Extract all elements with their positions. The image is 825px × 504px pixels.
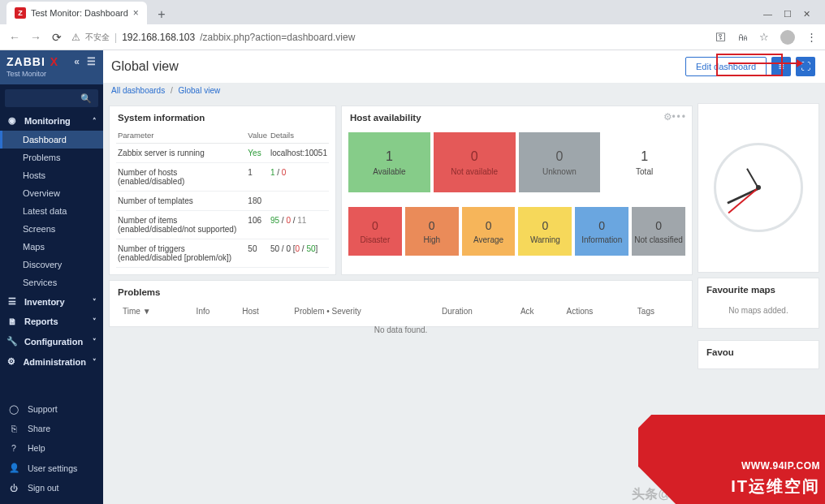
sidebar-item-dashboard[interactable]: Dashboard <box>0 131 103 149</box>
sidebar-bottom: ◯Support ⎘Share ?Help 👤User settings ⏻Si… <box>0 399 103 504</box>
nav-back-icon[interactable]: ← <box>8 31 21 44</box>
sidebar-share-link[interactable]: ⎘Share <box>0 419 103 438</box>
sidebar-section-monitoring[interactable]: ◉ Monitoring ˄ <box>0 110 103 131</box>
tab-title: Test Monitor: Dashboard <box>31 8 128 18</box>
breadcrumb-current[interactable]: Global view <box>179 86 221 95</box>
url-box[interactable]: ⚠ 不安全 | 192.168.168.103/zabbix.php?actio… <box>71 32 707 43</box>
favourite-maps-empty: No maps added. <box>705 299 812 321</box>
site-warning-label: 不安全 <box>85 32 110 43</box>
sidebar-help-link[interactable]: ?Help <box>0 438 103 458</box>
sidebar-item-services[interactable]: Services <box>0 274 103 291</box>
url-path: /zabbix.php?action=dashboard.view <box>200 32 355 43</box>
sidebar-item-problems[interactable]: Problems <box>0 149 103 166</box>
table-row: Number of triggers (enabled/disabled [pr… <box>116 239 329 268</box>
column-header[interactable]: Info <box>192 304 236 319</box>
widget-menu-icon[interactable]: ••• <box>672 111 687 123</box>
url-host: 192.168.168.103 <box>122 32 195 43</box>
column-header[interactable]: Duration <box>437 304 514 319</box>
chevron-down-icon: ˅ <box>93 358 97 366</box>
browser-tab[interactable]: Z Test Monitor: Dashboard × <box>6 2 147 24</box>
gear-icon[interactable]: ⚙ <box>663 111 672 123</box>
widget-title: Host availability <box>348 111 685 127</box>
column-header[interactable]: Problem • Severity <box>289 304 435 319</box>
sidebar-user-settings-link[interactable]: 👤User settings <box>0 458 103 478</box>
sidebar-item-screens[interactable]: Screens <box>0 220 103 238</box>
new-tab-button[interactable]: + <box>152 5 171 24</box>
sidebar-item-latest-data[interactable]: Latest data <box>0 202 103 220</box>
table-row: Number of hosts (enabled/disabled)11 / 0 <box>116 163 329 192</box>
annotation-arrow <box>728 62 801 66</box>
tile: 0High <box>405 207 459 256</box>
problems-table: Time ▼InfoHostProblem • SeverityDuration… <box>116 302 685 321</box>
favourite-partial-widget: Favou <box>698 341 819 368</box>
sidebar-signout-link[interactable]: ⏻Sign out <box>0 478 103 498</box>
system-information-widget: System information Parameter Value Detai… <box>110 106 335 274</box>
logo-x: X <box>50 55 58 68</box>
sidebar-item-discovery[interactable]: Discovery <box>0 256 103 274</box>
browser-menu-icon[interactable]: ⋮ <box>806 31 817 43</box>
col-value: Value <box>246 127 269 144</box>
sidebar-item-hosts[interactable]: Hosts <box>0 166 103 184</box>
chevron-down-icon: ˅ <box>93 298 97 306</box>
col-parameter: Parameter <box>116 127 246 144</box>
tile: 0Unknown <box>519 132 601 192</box>
column-header[interactable]: Host <box>237 304 287 319</box>
watermark-gray: 头条@ <box>632 486 671 503</box>
problems-empty: No data found. <box>116 321 685 339</box>
sidebar: ZABBIX « ☰ Test Monitor 🔍 ◉ Monitoring ˄… <box>0 50 103 504</box>
table-row: Number of users (online)21 <box>116 268 329 269</box>
sidebar-item-overview[interactable]: Overview <box>0 184 103 202</box>
sidebar-host: Test Monitor <box>6 70 97 78</box>
sidebar-section-configuration[interactable]: 🔧Configuration˅ <box>0 331 103 351</box>
page-title: Global view <box>111 59 179 74</box>
site-warning-icon[interactable]: ⚠ <box>71 32 80 43</box>
list-icon: ☰ <box>6 296 18 307</box>
problems-widget: Problems Time ▼InfoHostProblem • Severit… <box>110 281 692 326</box>
window-minimize-icon[interactable]: — <box>763 9 772 19</box>
breadcrumb-all[interactable]: All dashboards <box>111 86 165 95</box>
breadcrumb: All dashboards / Global view <box>110 83 692 100</box>
right-column: Favourite maps No maps added. Favou <box>698 83 819 368</box>
page-root: ZABBIX « ☰ Test Monitor 🔍 ◉ Monitoring ˄… <box>0 50 825 504</box>
sidebar-search[interactable]: 🔍 <box>5 89 98 107</box>
sidebar-header: ZABBIX « ☰ Test Monitor <box>0 50 103 84</box>
sidebar-support-link[interactable]: ◯Support <box>0 399 103 419</box>
tab-favicon: Z <box>15 7 26 19</box>
window-close-icon[interactable]: ✕ <box>803 9 810 19</box>
column-header[interactable]: Actions <box>562 304 631 319</box>
column-header[interactable]: Ack <box>516 304 560 319</box>
availability-tiles: 1Available0Not available0Unknown1Total <box>348 132 685 192</box>
nav-reload-icon[interactable]: ⟳ <box>50 31 63 44</box>
sysinfo-table: Parameter Value Details Zabbix server is… <box>116 127 329 268</box>
sidebar-item-maps[interactable]: Maps <box>0 238 103 256</box>
translate-icon[interactable]: 🗛 <box>737 31 748 43</box>
widget-title: System information <box>116 111 329 127</box>
wrench-icon: 🔧 <box>6 336 18 347</box>
logo-text: ZABBI <box>6 55 45 68</box>
clock-widget <box>698 104 819 272</box>
sidebar-section-reports[interactable]: 🗎Reports˅ <box>0 312 103 331</box>
sidebar-section-inventory[interactable]: ☰Inventory˅ <box>0 291 103 312</box>
host-availability-widget: ⚙ ••• Host availability 1Available0Not a… <box>342 106 692 274</box>
browser-tab-strip: Z Test Monitor: Dashboard × + — ☐ ✕ <box>0 0 825 24</box>
search-icon: 🔍 <box>80 93 92 104</box>
chevron-down-icon: ˅ <box>93 317 97 325</box>
password-key-icon[interactable]: ⚿ <box>715 31 726 43</box>
window-maximize-icon[interactable]: ☐ <box>784 9 792 19</box>
analog-clock <box>714 143 803 232</box>
severity-tiles: 0Disaster0High0Average0Warning0Informati… <box>348 207 685 256</box>
sidebar-section-administration[interactable]: ⚙Administration˅ <box>0 351 103 372</box>
eye-icon: ◉ <box>6 115 18 126</box>
sidebar-toc-icon[interactable]: ☰ <box>87 56 97 67</box>
column-header[interactable]: Time ▼ <box>118 304 190 319</box>
sidebar-collapse-icon[interactable]: « <box>74 56 80 67</box>
left-column: All dashboards / Global view System info… <box>110 83 692 326</box>
profile-avatar-icon[interactable] <box>780 30 795 45</box>
table-row: Number of items (enabled/disabled/not su… <box>116 211 329 239</box>
tab-close-icon[interactable]: × <box>133 7 139 19</box>
col-details: Details <box>269 127 329 144</box>
favourite-maps-widget: Favourite maps No maps added. <box>698 278 819 328</box>
column-header[interactable]: Tags <box>633 304 684 319</box>
tile: 1Available <box>348 132 430 192</box>
bookmark-star-icon[interactable]: ☆ <box>759 31 769 43</box>
